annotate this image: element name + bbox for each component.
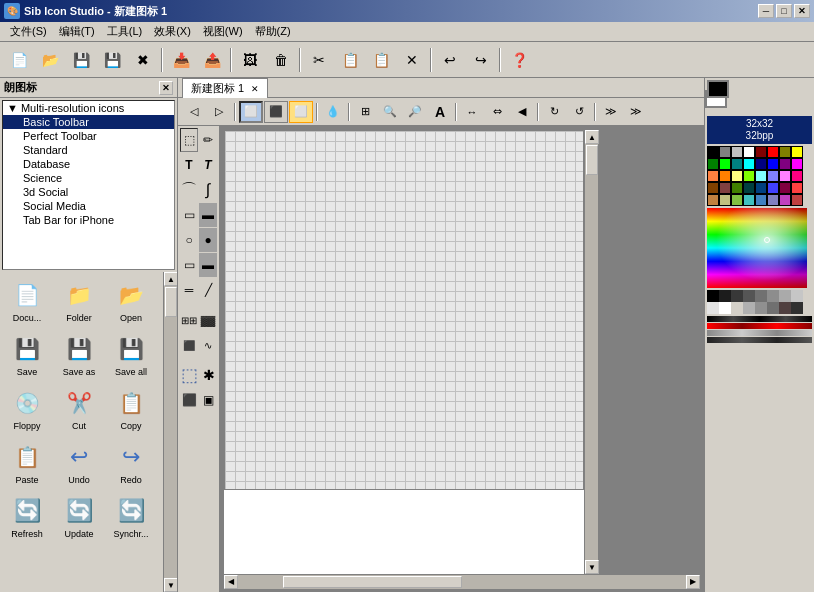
bezier-tool[interactable]: ∫	[199, 178, 217, 202]
export-button[interactable]: 📤	[197, 46, 227, 74]
more-btn1[interactable]: ≫	[599, 101, 623, 123]
help-btn[interactable]: ❓	[504, 46, 534, 74]
color-swatch[interactable]	[707, 158, 719, 170]
scroll-down-btn[interactable]: ▼	[164, 578, 177, 592]
icon-update[interactable]: 🔄 Update	[54, 490, 104, 542]
undo-ed-btn[interactable]: ◁	[182, 101, 206, 123]
scroll-left-btn[interactable]: ◀	[510, 101, 534, 123]
scroll-track[interactable]	[164, 286, 177, 578]
canvas-container[interactable]	[224, 130, 584, 574]
color-swatch[interactable]	[779, 182, 791, 194]
color-picker[interactable]	[707, 208, 807, 288]
canvas-scroll-left[interactable]: ◀	[224, 575, 238, 589]
color-swatch[interactable]	[719, 146, 731, 158]
pattern-tool[interactable]: ▓▓	[199, 308, 217, 332]
eraser-tool[interactable]: ∿	[199, 333, 217, 357]
tab-close-icon[interactable]: ✕	[251, 84, 259, 94]
color-swatch[interactable]	[743, 146, 755, 158]
color-swatch[interactable]	[707, 170, 719, 182]
color-swatch[interactable]	[755, 158, 767, 170]
zoom-in-btn[interactable]: 🔍	[378, 101, 402, 123]
view-3d-btn[interactable]: ⬜	[289, 101, 313, 123]
color-swatch[interactable]	[791, 158, 803, 170]
redo-ed-btn[interactable]: ▷	[207, 101, 231, 123]
gray-swatch[interactable]	[731, 290, 743, 302]
canvas-h-thumb[interactable]	[283, 576, 462, 588]
line-tool[interactable]: ╱	[199, 278, 217, 302]
rotate-ccw-btn[interactable]: ↺	[567, 101, 591, 123]
icon-document[interactable]: 📄 Docu...	[2, 274, 52, 326]
minimize-button[interactable]: ─	[758, 4, 774, 18]
icon-refresh[interactable]: 🔄 Refresh	[2, 490, 52, 542]
icon-redo[interactable]: ↪ Redo	[106, 436, 156, 488]
text-tool2[interactable]: T	[199, 153, 217, 177]
gray-swatch[interactable]	[779, 302, 791, 314]
color-swatch[interactable]	[743, 182, 755, 194]
dropper-btn[interactable]: 💧	[321, 101, 345, 123]
text-tool[interactable]: T	[180, 153, 198, 177]
undo-toolbar-btn[interactable]: ↩	[435, 46, 465, 74]
color-swatch[interactable]	[743, 158, 755, 170]
color-swatch[interactable]	[779, 194, 791, 206]
canvas-v-scrollbar[interactable]: ▲ ▼	[584, 130, 598, 574]
color-swatch[interactable]	[767, 194, 779, 206]
left-panel-scrollbar[interactable]: ▲ ▼	[163, 272, 177, 592]
add-image-btn[interactable]: 🖼	[235, 46, 265, 74]
panel-close-button[interactable]: ✕	[159, 81, 173, 95]
dark-line[interactable]	[707, 337, 812, 343]
gray-swatch[interactable]	[719, 290, 731, 302]
canvas-h-scrollbar[interactable]: ◀ ▶	[224, 574, 700, 588]
color-swatch[interactable]	[731, 146, 743, 158]
view-normal-btn[interactable]: ⬜	[239, 101, 263, 123]
curve-tool[interactable]: ⌒	[180, 178, 198, 202]
move-tool[interactable]: ✱	[200, 363, 217, 387]
icon-save-all[interactable]: 💾 Save all	[106, 328, 156, 380]
view-frame-btn[interactable]: ⬛	[264, 101, 288, 123]
color-swatch[interactable]	[755, 194, 767, 206]
tree-item-science[interactable]: Science	[3, 171, 174, 185]
text-btn[interactable]: A	[428, 101, 452, 123]
color-swatch[interactable]	[731, 194, 743, 206]
color-swatch[interactable]	[731, 170, 743, 182]
color-swatch[interactable]	[791, 194, 803, 206]
tree-item-basic[interactable]: Basic Toolbar	[3, 115, 174, 129]
color-swatch[interactable]	[779, 170, 791, 182]
fg-color-swatch[interactable]	[707, 80, 729, 98]
tree-item-perfect[interactable]: Perfect Toolbar	[3, 129, 174, 143]
import-button[interactable]: 📥	[166, 46, 196, 74]
scroll-thumb[interactable]	[165, 287, 177, 317]
canvas-h-track[interactable]	[238, 575, 686, 589]
pencil-tool[interactable]: ✏	[199, 128, 217, 152]
color-swatch[interactable]	[779, 146, 791, 158]
redo-toolbar-btn[interactable]: ↪	[466, 46, 496, 74]
icon-folder[interactable]: 📁 Folder	[54, 274, 104, 326]
icon-synchr[interactable]: 🔄 Synchr...	[106, 490, 156, 542]
icon-save-as[interactable]: 💾 Save as	[54, 328, 104, 380]
canvas-v-track[interactable]	[585, 144, 598, 560]
mirror-btn[interactable]: ⇔	[485, 101, 509, 123]
delete-toolbar-btn[interactable]: ✕	[397, 46, 427, 74]
more-btn2[interactable]: ≫	[624, 101, 648, 123]
color-swatch[interactable]	[767, 146, 779, 158]
select2-tool[interactable]: ⬚	[180, 363, 199, 387]
tree-root[interactable]: ▼ Multi-resolution icons	[3, 101, 174, 115]
fill-tool[interactable]: ⬛	[180, 333, 198, 357]
gray-swatch[interactable]	[767, 302, 779, 314]
color-swatch[interactable]	[755, 182, 767, 194]
color-swatch[interactable]	[791, 146, 803, 158]
color-swatch[interactable]	[767, 182, 779, 194]
save-button[interactable]: 💾	[66, 46, 96, 74]
gray-swatch[interactable]	[707, 302, 719, 314]
menu-view[interactable]: 视图(W)	[197, 22, 249, 41]
tree-item-database[interactable]: Database	[3, 157, 174, 171]
icon-save[interactable]: 💾 Save	[2, 328, 52, 380]
gray-swatch[interactable]	[743, 290, 755, 302]
tree-item-tabbar[interactable]: Tab Bar for iPhone	[3, 213, 174, 227]
ellipse-fill-tool[interactable]: ●	[199, 228, 217, 252]
color-swatch[interactable]	[707, 182, 719, 194]
color-swatch[interactable]	[731, 182, 743, 194]
icon-cut[interactable]: ✂️ Cut	[54, 382, 104, 434]
color-swatch[interactable]	[755, 170, 767, 182]
gray-swatch[interactable]	[755, 290, 767, 302]
color-swatch[interactable]	[779, 158, 791, 170]
